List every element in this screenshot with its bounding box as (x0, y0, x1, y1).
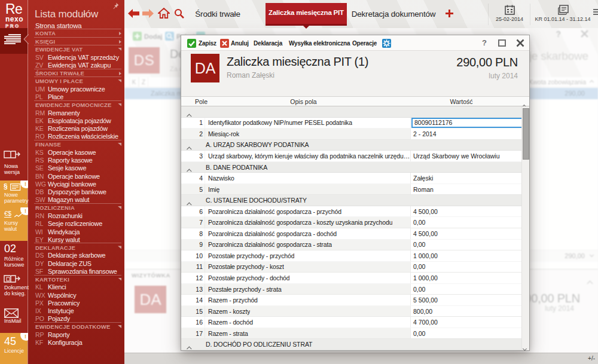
module-list-item[interactable]: EWIDENCJE VAT (28, 45, 125, 53)
focused-value-input[interactable]: 80090112176 (411, 118, 529, 129)
module-list-item[interactable]: EK Eksploatacja pojazdów (28, 117, 125, 124)
module-list-item[interactable]: WG Wyciągi bankowe (28, 180, 125, 188)
module-list-item[interactable]: RL Sesje rozliczeniowe (28, 220, 125, 228)
module-list-item[interactable]: KS Operacje kasowe (28, 148, 125, 156)
field-value[interactable]: Roman (410, 184, 529, 195)
declaration-menu[interactable]: Deklaracja (254, 40, 282, 47)
table-row[interactable]: 16 Razem - dochód 4 700,00 (181, 317, 529, 328)
accounting-period-widget[interactable]: KR 01.01.14 - 31.12.14 (531, 0, 594, 28)
table-row[interactable]: 14 Razem - przychód 5 500,00 (181, 295, 529, 306)
field-value[interactable]: 0,00 (410, 284, 529, 295)
module-list-item[interactable]: UMOWY I PŁACE (28, 77, 125, 85)
module-list-item[interactable]: EWIDENCJE DODATKOWE (28, 323, 125, 331)
sidebar-item-licencje[interactable]: ! 45 Licencje (0, 333, 28, 364)
column-value[interactable]: Wartość (401, 98, 521, 105)
tab-dekretacja-dokumentow[interactable]: Dekretacja dokumentów (352, 0, 435, 28)
module-list-item[interactable]: ZV Ewidencja VAT zakupu (28, 61, 125, 69)
app-logo[interactable]: Re nexo PRO (0, 0, 28, 28)
table-row[interactable]: D. DOCHÓD PO ODLICZENIU STRAT (181, 339, 529, 350)
table-row[interactable]: 2 Miesiąc-rok 2 - 2014 (181, 129, 529, 140)
home-icon[interactable] (158, 7, 170, 19)
table-row[interactable]: 13 Pozstałe przychody - strata 0,00 (181, 284, 529, 295)
settings-gear-icon[interactable] (382, 39, 391, 48)
module-list-item[interactable]: PX Pracownicy (28, 299, 125, 307)
field-value[interactable]: 5 500,00 (410, 295, 529, 305)
sidebar-item-insmail[interactable]: InsMail (0, 305, 28, 333)
module-list-item[interactable]: FINANSE (28, 140, 125, 148)
module-list-item[interactable]: KONTA (28, 29, 125, 37)
module-list-item[interactable]: SF Sprawozdania finansowe (28, 267, 125, 275)
dialog-close-button[interactable] (516, 39, 524, 47)
field-value[interactable]: 2 - 2014 (410, 129, 529, 139)
table-row[interactable] (181, 106, 529, 118)
module-list-item[interactable]: KE Rozliczenia pojazdów (28, 124, 125, 132)
field-value[interactable]: Załęski (410, 173, 529, 183)
field-value[interactable]: 0,00 (410, 262, 529, 273)
table-row[interactable]: 8 Pozarolnicza działalność gospodarcza -… (181, 228, 529, 240)
field-value[interactable]: 0,00 (410, 217, 529, 228)
module-list-item[interactable]: DB Dyspozycje bankowe (28, 188, 125, 196)
table-row[interactable]: 7 Pozarolnicza działalność gospodarcza -… (181, 217, 529, 228)
module-list-item[interactable]: Strona startowa (28, 22, 125, 29)
module-list-item[interactable]: WX Wspólnicy (28, 291, 125, 299)
back-arrow-icon[interactable] (128, 9, 139, 18)
module-list-item[interactable]: PO Pojazdy (28, 315, 125, 323)
module-list-item[interactable]: ŚRODKI TRWAŁE (28, 69, 125, 77)
module-list-item[interactable]: RM Remanenty (28, 109, 125, 117)
table-row[interactable]: 3 Urząd skarbowy, którym kieruje właściw… (181, 151, 529, 162)
table-row[interactable]: 10 Pozostałe przychody - przychód 1 000,… (181, 250, 529, 262)
module-list-item[interactable]: RP Raporty (28, 331, 125, 338)
module-list-item[interactable]: RO Rozliczenia właścicielskie (28, 133, 125, 140)
sidebar-item-nowe-parametry[interactable]: ! § Nowe parametry (0, 181, 28, 207)
module-list-item[interactable]: SV Ewidencja VAT sprzedaży (28, 53, 125, 61)
table-row[interactable]: C. USTALENIE DOCHODU/STRATY (181, 195, 529, 206)
module-list-item[interactable]: WI Windykacja (28, 228, 125, 235)
module-list-item[interactable]: IX Instytucje (28, 307, 125, 315)
module-list-item[interactable]: ROZLICZENIA (28, 204, 125, 212)
scrollbar-thumb[interactable] (523, 108, 529, 160)
field-value[interactable]: 800,00 (410, 306, 529, 317)
table-row[interactable]: 1 Identyfikator podatkowy NIP/numer PESE… (181, 118, 529, 129)
module-list-item[interactable]: UM Umowy pracownicze (28, 85, 125, 93)
window-menu-icon[interactable] (593, 9, 598, 16)
eshipment-menu[interactable]: Wysyłka elektroniczna (289, 40, 350, 47)
dialog-help-button[interactable]: ? (482, 38, 487, 47)
collapse-icon[interactable] (188, 342, 191, 353)
module-list-item[interactable]: BN Operacje bankowe (28, 172, 125, 180)
module-list-item[interactable]: KARTOTEKI (28, 276, 125, 283)
dialog-maximize-button[interactable] (498, 39, 506, 47)
field-value[interactable]: 4 500,00 (410, 206, 529, 217)
date-widget[interactable]: 25-02-2014 (489, 0, 530, 28)
module-list-item[interactable]: DY Deklaracje ZUS (28, 259, 125, 267)
field-value[interactable]: 0,00 (410, 328, 529, 339)
tab-srodki-trwale[interactable]: Środki trwałe (188, 0, 248, 28)
search-icon[interactable] (174, 8, 184, 19)
table-row[interactable]: B. DANE PODATNIKA (181, 162, 529, 173)
field-value[interactable]: 0,00 (410, 240, 529, 250)
tab-zaliczka-miesieczna-pit[interactable]: Zaliczka miesięczna PIT (266, 3, 347, 26)
module-list-item[interactable]: SW Magazyn walut (28, 196, 125, 204)
field-value[interactable]: 4 500,00 (410, 228, 529, 239)
dialog-scrollbar[interactable] (521, 106, 529, 350)
module-list-item[interactable]: RN Rozrachunki (28, 212, 125, 219)
module-list-item[interactable]: DS Deklaracje skarbowe (28, 252, 125, 259)
module-list-item[interactable]: DEKLARACJE (28, 243, 125, 251)
field-value[interactable]: Urząd Skarbowy we Wrocławiu (410, 151, 529, 161)
module-list-item[interactable]: KF Konfiguracja (28, 339, 125, 347)
table-row[interactable]: 11 Pozostałe przychody - koszt 0,00 (181, 262, 529, 273)
scroll-down-arrow[interactable] (523, 342, 526, 353)
sidebar-item-nowa-wersja[interactable]: Nowa wersja (0, 143, 28, 181)
field-value[interactable]: 1 000,00 (410, 250, 529, 261)
table-row[interactable]: 9 Pozarolnicza działalność gospodarcza -… (181, 240, 529, 251)
forward-arrow-icon[interactable] (142, 9, 154, 18)
table-row[interactable]: 4 Nazwisko Załęski (181, 173, 529, 184)
field-value[interactable]: 4 700,00 (410, 317, 529, 328)
module-list-item[interactable]: EWIDENCJE POMOCNICZE (28, 101, 125, 109)
table-row[interactable]: 6 Pozarolnicza działalność gospodarcza -… (181, 206, 529, 218)
field-value[interactable]: 1 000,00 (410, 273, 529, 283)
module-list-item[interactable]: KSIĘGI (28, 38, 125, 45)
table-row[interactable]: A. URZĄD SKARBOWY PODATNIKA (181, 140, 529, 151)
save-button[interactable]: Zapisz (199, 40, 216, 47)
operations-menu[interactable]: Operacje (352, 40, 377, 47)
module-list-item[interactable]: EY Kursy walut (28, 235, 125, 243)
